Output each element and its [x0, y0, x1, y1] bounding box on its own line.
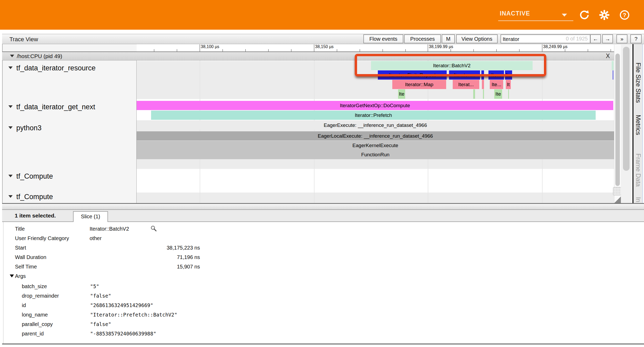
canvas-scrollbar-thumb[interactable] [615, 54, 620, 186]
sidebar-item-tf_data_iterator_resource[interactable]: tf_data_iterator_resource [3, 64, 136, 72]
trace-event-bar[interactable]: Iterator::Map [392, 80, 446, 89]
trace-event-bar[interactable]: Ite [398, 89, 405, 99]
toolbar-button-m[interactable]: M [442, 34, 455, 43]
tab-in[interactable]: In [635, 197, 642, 202]
trace-event-bar[interactable]: Iterator::BatchV2 [371, 61, 533, 70]
track-label-text: python3 [16, 124, 42, 132]
search-input[interactable] [502, 35, 564, 43]
tab-slice[interactable]: Slice (1) [73, 211, 108, 222]
outer-scrollbar-thumb[interactable] [623, 47, 630, 171]
gear-icon[interactable] [599, 10, 609, 20]
detail-label: Title [15, 226, 25, 232]
collapse-arrow-icon[interactable] [8, 175, 13, 177]
trace-event-bar[interactable]: Ite... [488, 70, 504, 80]
axis-minor-tick [519, 49, 519, 51]
details-panel: 1 item selected. Slice (1) TitleIterator… [2, 210, 644, 344]
axis-minor-tick [360, 49, 360, 51]
arg-label: parent_id [22, 331, 44, 337]
detail-row: Wall Duration71,196 ns [3, 253, 644, 262]
trace-event-bar[interactable]: Ite [505, 70, 512, 80]
search-result-count: 0 of 1925 [566, 36, 588, 42]
detail-value: 71,196 ns [90, 254, 200, 260]
args-header-row[interactable]: Args [3, 272, 644, 281]
toolbar-button-flow-events[interactable]: Flow events [363, 34, 403, 43]
trace-event-bar[interactable]: EagerLocalExecute: __inference_run_datas… [137, 131, 614, 141]
close-process-button[interactable]: X [606, 53, 610, 60]
sidebar-item-tf_Compute[interactable]: tf_Compute [3, 193, 136, 201]
sidebar-item-python3[interactable]: python3 [3, 124, 136, 132]
tab-frame-data[interactable]: Frame Data [635, 153, 642, 187]
page-title: Trace View [9, 36, 38, 43]
search-nav-button-3[interactable]: ? [630, 34, 642, 43]
trace-event-bar[interactable]: FunctionRun [137, 150, 614, 159]
process-row[interactable]: /host:CPU (pid 49) X [2, 51, 614, 60]
detail-label: User Friendly Category [15, 235, 69, 241]
search-nav-button-1[interactable]: → [602, 34, 613, 43]
detail-row: Start38,175,223 ns [3, 244, 644, 253]
tab-file-size-stats[interactable]: File Size Stats [635, 63, 642, 103]
arg-row: long_name"Iterator::Prefetch::BatchV2" [3, 310, 644, 320]
axis-major-tick [542, 48, 542, 51]
trace-event-bar[interactable]: Iterat... [453, 80, 479, 89]
arg-value: "5" [90, 283, 99, 289]
collapse-arrow-icon[interactable] [10, 275, 14, 277]
arg-value: "false" [90, 293, 111, 299]
run-mode-select[interactable]: INACTIVE [498, 8, 573, 21]
help-icon[interactable]: ? [620, 10, 630, 20]
args-label: Args [15, 273, 26, 279]
trace-event-bar[interactable]: Iterator::Prefetch [151, 111, 596, 120]
scrollbar-grip-handle[interactable] [613, 187, 621, 195]
sidebar-item-tf_Compute[interactable]: tf_Compute [3, 172, 136, 181]
axis-minor-tick [337, 49, 337, 51]
collapse-arrow-icon[interactable] [10, 55, 14, 57]
trace-event-bar[interactable] [482, 80, 484, 89]
collapse-arrow-icon[interactable] [8, 66, 13, 69]
arg-row: drop_remainder"false" [3, 292, 644, 301]
chevron-down-icon [562, 14, 567, 17]
trace-event-bar[interactable] [481, 70, 484, 80]
sidebar-edge [642, 44, 643, 203]
search-nav-button-2[interactable]: » [616, 34, 627, 43]
axis-minor-tick [588, 49, 588, 51]
trace-event-bar[interactable]: Iterator:... [449, 70, 480, 80]
search-nav-button-0[interactable]: ← [590, 34, 601, 43]
collapse-arrow-icon[interactable] [8, 105, 13, 108]
trace-event-bar[interactable]: It [506, 80, 511, 89]
track-label-text: tf_data_iterator_resource [16, 64, 96, 72]
trace-event-bar[interactable] [613, 70, 613, 80]
axis-tick-label: 38,199.99 µs [428, 44, 453, 51]
trace-event-bar[interactable]: Iterator::FiniteRepeat [378, 70, 447, 80]
app-header: INACTIVE ? [0, 0, 644, 30]
selection-status: 1 item selected. [15, 213, 56, 219]
collapse-arrow-icon[interactable] [8, 126, 13, 129]
trace-event-bar[interactable] [508, 89, 509, 99]
refresh-icon[interactable] [579, 10, 589, 20]
tab-metrics[interactable]: Metrics [635, 115, 642, 135]
trace-event-bar[interactable]: Ite... [490, 80, 503, 89]
axis-minor-tick [405, 49, 406, 51]
arg-label: long_name [22, 312, 48, 318]
axis-tick-label: 38,100 µs [200, 44, 219, 51]
trace-event-bar[interactable]: Ite [494, 89, 502, 99]
arg-row: id"2686136324951429669" [3, 301, 644, 310]
trace-event-bar[interactable]: EagerExecute: __inference_run_dataset_49… [137, 121, 614, 130]
arg-row: batch_size"5" [3, 282, 644, 292]
resize-corner-icon[interactable] [614, 196, 621, 203]
timeline-canvas[interactable]: Iterator::BatchV2Iterator::FiniteRepeatI… [137, 60, 614, 204]
panel-splitter[interactable] [2, 203, 644, 210]
toolbar-button-view-options[interactable]: View Options [456, 34, 498, 43]
trace-event-bar[interactable] [473, 89, 475, 99]
toolbar-button-processes[interactable]: Processes [404, 34, 441, 43]
trace-event-bar[interactable]: EagerKernelExecute [137, 141, 614, 150]
axis-minor-tick [473, 49, 474, 51]
trace-event-bar[interactable] [612, 61, 614, 70]
sidebar-tabs: File Size StatsMetricsFrame DataIn [633, 44, 643, 203]
axis-minor-tick [496, 49, 497, 51]
track-label-text: tf_data_iterator_get_next [16, 103, 95, 111]
arg-value: "false" [90, 321, 111, 327]
trace-event-bar[interactable] [483, 89, 484, 99]
trace-event-bar[interactable]: IteratorGetNextOp::DoCompute [137, 101, 613, 110]
sidebar-item-tf_data_iterator_get_next[interactable]: tf_data_iterator_get_next [3, 103, 136, 111]
collapse-arrow-icon[interactable] [8, 195, 13, 198]
magnifier-icon[interactable] [151, 225, 157, 232]
